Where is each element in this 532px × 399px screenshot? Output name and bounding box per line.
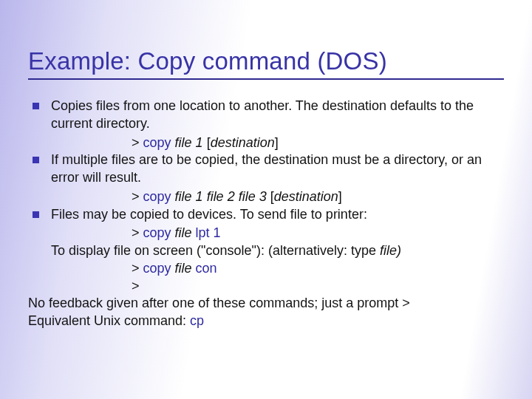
- slide-body: Copies files from one location to anothe…: [28, 98, 504, 330]
- code-line: > copy file lpt 1: [132, 225, 504, 242]
- arg-file1: file 1: [175, 189, 203, 204]
- code-line: > copy file 1 file 2 file 3 [destination…: [132, 188, 504, 206]
- equiv-text: Equivalent Unix command:: [28, 313, 190, 328]
- copy-keyword: copy: [143, 135, 171, 150]
- copy-keyword: copy: [143, 189, 171, 204]
- slide-title: Example: Copy command (DOS): [28, 47, 504, 80]
- arg-file: file: [380, 243, 397, 258]
- bullet-text: Files may be copied to devices. To send …: [51, 206, 504, 224]
- body-line: To display file on screen ("console"): (…: [51, 242, 504, 260]
- arg-destination: destination: [211, 135, 275, 150]
- bullet-text: Copies files from one location to anothe…: [51, 98, 504, 133]
- device-lpt1: lpt 1: [196, 225, 221, 240]
- device-con: con: [196, 261, 217, 276]
- unix-cp: cp: [190, 313, 204, 328]
- bracket-close: ]: [338, 189, 342, 204]
- bullet-item: If multiple files are to be copied, the …: [28, 151, 504, 187]
- prompt-symbol: >: [132, 261, 140, 276]
- prompt-symbol: >: [132, 279, 140, 293]
- square-bullet-icon: [33, 211, 39, 218]
- square-bullet-icon: [33, 103, 39, 109]
- arg-file2: file 2: [207, 189, 235, 204]
- arg-destination: destination: [274, 189, 338, 204]
- arg-file3: file 3: [239, 189, 267, 204]
- console-text-post: ): [397, 243, 401, 258]
- bullet-text: If multiple files are to be copied, the …: [51, 151, 504, 187]
- code-line: >: [132, 278, 504, 296]
- bullet-item: Files may be copied to devices. To send …: [28, 206, 504, 224]
- prompt-symbol: >: [132, 189, 140, 204]
- arg-file1: file 1: [175, 135, 203, 150]
- body-line: No feedback given after one of these com…: [28, 295, 504, 313]
- copy-keyword: copy: [143, 261, 171, 276]
- copy-keyword: copy: [143, 225, 171, 240]
- code-line: > copy file con: [132, 260, 504, 278]
- code-line: > copy file 1 [destination]: [132, 134, 504, 152]
- arg-file: file: [175, 225, 192, 240]
- square-bullet-icon: [33, 157, 39, 163]
- console-text-pre: To display file on screen ("console"): (…: [51, 243, 380, 258]
- arg-file: file: [175, 261, 192, 276]
- body-line: Equivalent Unix command: cp: [28, 313, 504, 330]
- prompt-symbol: >: [132, 135, 140, 150]
- prompt-symbol: >: [132, 225, 140, 240]
- bracket-close: ]: [275, 135, 279, 150]
- bullet-item: Copies files from one location to anothe…: [28, 98, 504, 133]
